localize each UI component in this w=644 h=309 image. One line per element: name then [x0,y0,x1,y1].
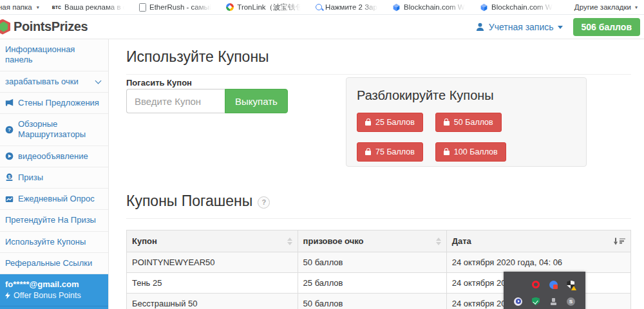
bookmark-item[interactable]: EtherRush - самый [139,3,213,12]
coin-icon: $ [5,173,14,182]
blue-red-app-icon[interactable] [549,281,558,289]
sidebar-item-earn-points[interactable]: зарабатывать очки [0,71,108,93]
unlock-50-button[interactable]: 50 Баллов [435,113,502,132]
lightning-icon [5,292,10,299]
bookmark-label: ная папка [0,3,32,11]
bookmark-folder[interactable]: ная папка ▾ [0,3,39,11]
bookmarks-bar: ная папка ▾ BTC Ваша реклама в с EtherRu… [0,0,644,15]
bookmark-item[interactable]: Blockchain.com Wa [480,3,554,12]
chevron-down-icon [558,26,563,29]
unlock-25-button[interactable]: 25 Баллов [357,113,423,132]
svg-text:?: ? [8,127,11,133]
defender-warning-icon[interactable] [567,281,574,289]
unlock-coupons-title: Разблокируйте Купоны [357,88,576,103]
bookmark-label: Blockchain.com Wa [491,3,554,11]
bookmark-label: Blockchain.com Wa [404,3,467,11]
column-header-coupon[interactable]: Купон [127,230,298,252]
stamp-icon[interactable] [551,298,556,305]
sidebar-item-dashboard[interactable]: Информационная панель [0,39,108,71]
svg-text:$: $ [8,174,11,180]
sidebar-item-offer-walls[interactable]: Стены Предложения [0,93,108,114]
sidebar-item-daily-poll[interactable]: Ежедневный Опрос [0,189,108,210]
points-badge[interactable]: 506 баллов [573,18,640,36]
cell-coupon: Бесстрашный 50 [127,294,298,309]
sidebar-item-survey-routers[interactable]: ? Обзорные Маршрутизаторы [0,114,108,146]
unlock-75-button[interactable]: 75 Баллов [357,142,423,162]
unlock-button-label: 50 Баллов [454,118,493,127]
blockchain-cube-icon [392,3,401,12]
sidebar: Информационная панель зарабатывать очки … [0,39,109,309]
sidebar-item-prizes[interactable]: $ Призы [0,167,108,189]
antivirus-shield-icon[interactable] [532,297,540,306]
unlock-button-label: 25 Баллов [375,118,415,127]
chevron-down-icon: ▾ [37,5,39,10]
column-header-date[interactable]: Дата [446,230,630,252]
s-app-icon[interactable]: S [567,297,575,306]
sidebar-item-label: Претендуйте На Призы [5,215,96,225]
lock-icon [444,151,450,155]
coupon-input-group: Выкупать [126,89,288,113]
bookmark-item[interactable]: TronLink（波宝钱包 [226,3,303,12]
bookmark-label: Нажмите 2 Зараб [325,3,379,11]
blockchain-cube-icon [480,3,488,12]
sort-icon [287,238,292,245]
chevron-down-icon: ▾ [635,5,638,10]
unlock-100-button[interactable]: 100 Баллов [435,142,506,162]
other-bookmarks-button[interactable]: Другие закладки ▾ [574,3,638,11]
bonus-email: fo*****@gmail.com [5,279,103,289]
unlock-button-label: 100 Баллов [454,147,498,156]
cell-points: 50 баллов [298,252,446,273]
search-icon [316,4,322,10]
account-label: Учетная запись [489,22,554,32]
bookmark-item[interactable]: Blockchain.com Wa [392,3,467,12]
opera-icon[interactable] [532,281,540,288]
sidebar-item-label: Используйте Купоны [5,237,86,247]
chart-icon [5,195,14,203]
unlock-button-label: 75 Баллов [375,147,415,156]
cell-points: 50 баллов [298,294,446,309]
account-menu[interactable]: Учетная запись [475,22,563,32]
site-header: PointsPrizes Учетная запись 506 баллов [0,15,644,39]
brand-logo[interactable]: PointsPrizes [0,19,88,35]
redeem-coupon-label: Погасить Купон [126,78,192,88]
sort-desc-icon [614,238,625,245]
sidebar-item-claim-prizes[interactable]: Претендуйте На Призы [0,210,108,231]
page-title: Используйте Купоны [126,48,631,75]
cell-points: 25 баллов [298,273,446,294]
sidebar-item-label: Ежедневный Опрос [18,194,95,204]
help-icon[interactable]: ? [258,196,270,209]
sidebar-item-use-coupons[interactable]: Используйте Купоны [0,232,108,253]
other-bookmarks-label: Другие закладки [574,3,631,11]
column-header-points[interactable]: призовое очко [298,230,446,252]
redeem-button[interactable]: Выкупать [225,89,288,113]
system-tray-popup: S [504,272,585,309]
sidebar-item-video-ads[interactable]: видеообъявление [0,146,108,167]
sidebar-item-label: Призы [18,173,43,183]
main-content: Используйте Купоны Погасить Купон Выкупа… [109,39,644,309]
play-circle-icon [5,152,14,160]
bonus-offer-qq[interactable]: 90*****@qq.com Offer Bonus Points [0,306,108,309]
bookmark-label: Ваша реклама в с [64,3,126,11]
bonus-sub-label: Offer Bonus Points [14,291,81,300]
bookmark-item[interactable]: Нажмите 2 Зараб [316,3,379,11]
page-icon [139,3,146,12]
cell-date: 24 октября 2020 года, 04: 06 [446,252,630,273]
sidebar-item-referral-links[interactable]: Реферальные Ссылки [0,253,108,274]
coupon-input[interactable] [126,89,225,113]
lock-icon [444,121,450,126]
unlock-coupons-card: Разблокируйте Купоны 25 Баллов 50 Баллов… [346,77,587,167]
bonus-offer-gmail[interactable]: fo*****@gmail.com Offer Bonus Points [0,274,108,306]
sidebar-item-label: Стены Предложения [18,98,99,108]
table-header-row: Купон призовое очко Дата [127,230,631,252]
bookmark-label: TronLink（波宝钱包 [237,3,303,12]
pointsprizes-hex-icon [0,19,10,35]
media-player-icon[interactable] [514,297,522,306]
sort-icon [436,238,441,245]
sidebar-item-label: Реферальные Ссылки [5,258,92,268]
cell-coupon: Тень 25 [127,273,298,294]
person-icon [475,22,485,32]
tronlink-icon [226,3,234,11]
redeemed-title: Купоны Погашены [126,192,252,210]
bookmark-item[interactable]: BTC Ваша реклама в с [52,3,126,11]
cell-coupon: POINTYNEWYEAR50 [127,252,298,273]
